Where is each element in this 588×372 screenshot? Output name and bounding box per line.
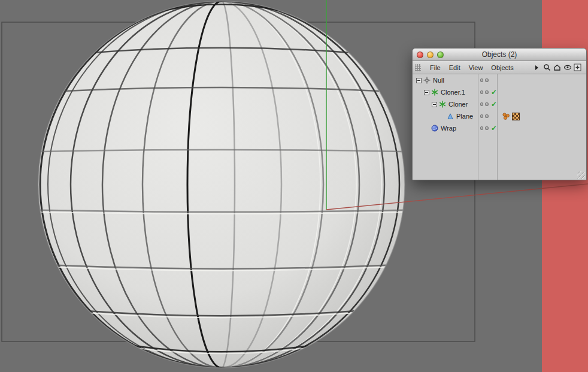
cloner-icon (439, 101, 446, 108)
zoom-button[interactable] (437, 52, 444, 58)
menu-edit[interactable]: Edit (445, 64, 465, 71)
plane-icon (447, 113, 454, 120)
cloner-icon (431, 89, 438, 96)
traffic-lights (417, 49, 444, 61)
menu-file[interactable]: File (426, 64, 445, 71)
eye-icon[interactable] (562, 63, 572, 72)
tree-row-null[interactable]: Null ✓ (413, 74, 586, 86)
object-label: Wrap (441, 125, 456, 132)
editor-visibility-dot[interactable] (480, 102, 483, 106)
add-object-icon[interactable] (572, 63, 583, 72)
resize-grip[interactable] (577, 171, 585, 179)
editor-visibility-dot[interactable] (480, 114, 483, 118)
tree-row-wrap[interactable]: Wrap ✓ (413, 122, 586, 134)
menubar: File Edit View Objects (413, 61, 586, 74)
menu-arrow-icon[interactable] (535, 65, 538, 70)
texture-checker-tag-icon[interactable] (512, 113, 520, 120)
tree-row-cloner-1[interactable]: Cloner.1 ✓ (413, 86, 586, 98)
render-visibility-dot[interactable] (485, 114, 488, 118)
minimize-button[interactable] (427, 52, 434, 58)
menu-objects[interactable]: Objects (487, 64, 517, 71)
mograph-tag-icon[interactable] (502, 112, 510, 120)
object-label: Cloner (448, 101, 468, 108)
object-label: Plane (456, 113, 473, 120)
render-visibility-dot[interactable] (485, 78, 488, 82)
enabled-check-icon[interactable]: ✓ (491, 89, 497, 96)
enabled-check-icon[interactable]: ✓ (491, 101, 497, 108)
collapse-expander-icon[interactable] (416, 78, 422, 83)
objects-window: Objects (2) File Edit View Objects (412, 48, 587, 180)
object-label: Null (433, 77, 444, 84)
tree-row-cloner[interactable]: Cloner ✓ (413, 98, 586, 110)
wrap-icon (431, 125, 438, 132)
editor-visibility-dot[interactable] (480, 90, 483, 94)
window-titlebar[interactable]: Objects (2) (413, 49, 586, 61)
object-tree: Null ✓ Cloner.1 ✓ (413, 74, 586, 180)
collapse-expander-icon[interactable] (432, 102, 437, 107)
close-button[interactable] (417, 52, 423, 58)
drag-handle-icon[interactable] (415, 64, 421, 71)
render-visibility-dot[interactable] (485, 126, 488, 130)
tree-row-plane[interactable]: Plane ✓ (413, 110, 586, 122)
null-object-icon (423, 77, 431, 84)
home-icon[interactable] (552, 63, 562, 72)
render-visibility-dot[interactable] (485, 90, 488, 94)
menu-view[interactable]: View (465, 64, 487, 71)
editor-visibility-dot[interactable] (480, 78, 483, 82)
enabled-check-icon[interactable]: ✓ (491, 125, 497, 132)
object-label: Cloner.1 (441, 89, 465, 96)
collapse-expander-icon[interactable] (424, 90, 429, 95)
search-icon[interactable] (542, 63, 552, 72)
render-visibility-dot[interactable] (485, 102, 488, 106)
editor-visibility-dot[interactable] (480, 126, 483, 130)
